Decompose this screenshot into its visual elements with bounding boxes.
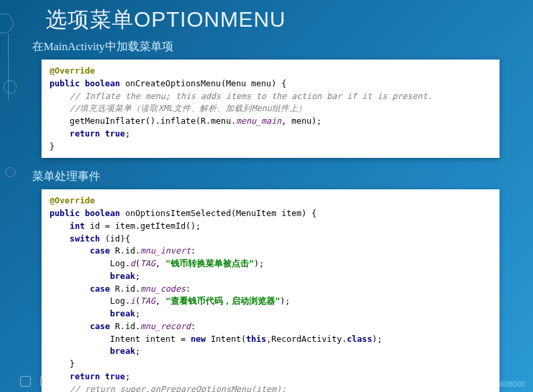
code-token: }: [50, 359, 75, 369]
code-token: break: [50, 308, 135, 318]
code-token: // return super.onPrepareOptionsMenu(ite…: [50, 384, 287, 393]
code-token: "钱币转换菜单被点击": [165, 258, 254, 268]
code-token: // Inflate the menu; this adds items to …: [50, 91, 433, 101]
slide-title: 选项菜单OPTIONMENU: [0, 0, 533, 37]
code-token: Intent(: [206, 334, 246, 344]
code-content: @Override public boolean onCreateOptions…: [50, 65, 491, 153]
code-token: int: [50, 221, 85, 231]
decoration-circle: [5, 167, 15, 177]
code-token: case: [50, 246, 110, 256]
code-token: onOptionsItemSelected(MenuItem item) {: [120, 208, 317, 218]
code-token: ;: [135, 308, 141, 318]
code-token: return true: [50, 128, 125, 138]
code-token: ,: [155, 258, 165, 268]
code-token: ,RecordActivity.: [266, 334, 347, 344]
code-block-2: @Override public boolean onOptionsItemSe…: [42, 189, 500, 392]
code-token: @Override: [50, 195, 95, 205]
code-token: (id){: [100, 233, 130, 243]
code-token: ;: [135, 271, 141, 281]
code-token: boolean: [85, 78, 121, 88]
code-token: :: [191, 321, 196, 331]
code-token: class: [347, 334, 372, 344]
code-token: R.id.: [110, 321, 140, 331]
code-token: );: [372, 334, 382, 344]
code-token: );: [280, 296, 290, 306]
code-token: @Override: [50, 66, 95, 76]
code-content: @Override public boolean onOptionsItemSe…: [50, 195, 491, 392]
code-token: , menu);: [281, 116, 321, 126]
code-token: switch: [50, 233, 100, 243]
code-token: menu_main: [236, 116, 281, 126]
tool-icon: [60, 376, 71, 387]
code-token: TAG: [140, 258, 155, 268]
code-token: :: [191, 246, 196, 256]
code-token: public boolean: [50, 208, 120, 218]
code-token: :: [185, 284, 191, 294]
code-token: "查看钱币代码，启动浏览器": [165, 296, 280, 306]
section-subtitle-2: 菜单处理事件: [0, 167, 533, 189]
code-token: Log.: [50, 296, 130, 306]
watermark-text: https://blog.csdn.net/qq_33608000: [412, 380, 525, 388]
code-token: ;: [125, 371, 131, 381]
code-token: getMenuInflater().inflate(R.menu.: [50, 116, 236, 126]
code-token: case: [50, 321, 110, 331]
decoration-line: [8, 33, 9, 100]
code-token: }: [50, 141, 55, 151]
code-token: R.id.: [110, 246, 140, 256]
code-token: this: [246, 334, 266, 344]
toolbar-icons: [20, 376, 71, 387]
code-token: i: [130, 296, 135, 306]
code-token: TAG: [140, 296, 155, 306]
code-token: );: [254, 258, 264, 268]
code-token: d: [130, 258, 135, 268]
code-token: new: [191, 334, 206, 344]
code-token: ,: [155, 296, 165, 306]
decoration-circle: [3, 80, 17, 94]
code-token: break: [50, 346, 135, 356]
code-token: break: [50, 271, 135, 281]
code-token: mnu_codes: [140, 284, 185, 294]
code-token: case: [50, 284, 110, 294]
code-token: //填充选项菜单（读取XML文件、解析、加载到Menu组件上）: [50, 103, 307, 113]
code-token: public: [50, 78, 80, 88]
tool-icon: [20, 376, 31, 387]
section-subtitle-1: 在MainActivity中加载菜单项: [0, 37, 533, 60]
code-block-1: @Override public boolean onCreateOptions…: [42, 60, 500, 158]
code-token: mnu_record: [140, 321, 190, 331]
code-token: ;: [125, 128, 131, 138]
code-token: id = item.getItemId();: [85, 221, 201, 231]
tool-icon: [40, 376, 51, 387]
code-token: Log.: [50, 258, 130, 268]
code-token: mnu_invert: [140, 246, 190, 256]
code-token: R.id.: [110, 284, 140, 294]
code-token: onCreateOptionsMenu(Menu menu) {: [120, 78, 286, 88]
code-token: Intent intent =: [50, 334, 191, 344]
code-token: ;: [135, 346, 141, 356]
